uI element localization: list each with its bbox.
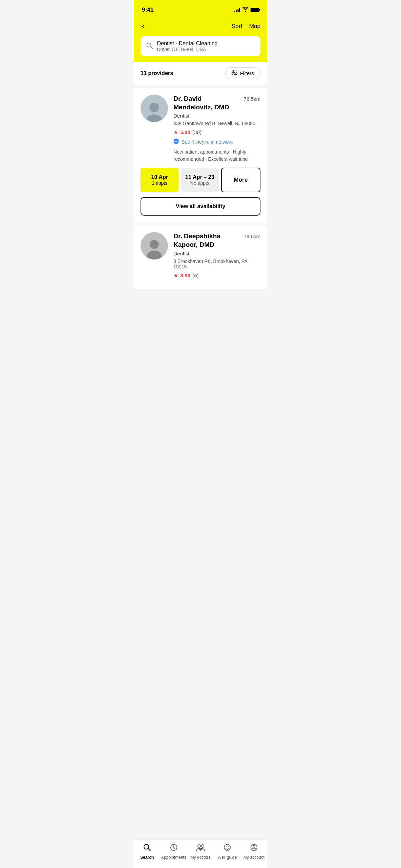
search-sub-text: Dover, DE 19904, USA xyxy=(157,47,218,52)
svg-point-8 xyxy=(149,103,159,112)
rating-count: (30) xyxy=(192,129,202,135)
availability-row: 10 Apr 1 appts 11 Apr – 23 No appts More xyxy=(141,168,260,192)
provider-address: 438 Ganttown Rd B, Sewell, NJ 08080 xyxy=(173,121,260,126)
provider-distance-2: 78.6km xyxy=(244,233,260,239)
provider-badges: New patient appointments · Highly recomm… xyxy=(173,148,260,163)
search-icon xyxy=(146,42,153,51)
provider-top-2: Dr. Deepshikha Kapoor, DMD 78.6km Dentis… xyxy=(141,232,260,278)
provider-specialty: Dentist xyxy=(173,113,260,119)
provider-specialty-2: Dentist xyxy=(173,251,260,256)
name-distance-row-2: Dr. Deepshikha Kapoor, DMD 78.6km xyxy=(173,232,260,249)
provider-card: Dr. David Mendelovitz, DMD 76.5km Dentis… xyxy=(134,88,267,222)
svg-line-1 xyxy=(151,47,153,49)
avail-date-1: 10 Apr xyxy=(151,174,168,180)
back-button[interactable]: ‹ xyxy=(141,21,146,32)
provider-address-2: 8 Brookhaven Rd, Brookhaven, PA 19015 xyxy=(173,258,260,269)
status-bar: 9:41 xyxy=(134,0,267,18)
svg-point-11 xyxy=(147,251,162,260)
availability-slot-active[interactable]: 10 Apr 1 appts xyxy=(141,168,179,192)
star-icon-2: ★ xyxy=(173,272,178,279)
network-link[interactable]: See if they're in network xyxy=(182,139,233,145)
signal-bars-icon xyxy=(234,8,240,12)
more-label: More xyxy=(234,177,248,183)
provider-name-2: Dr. Deepshikha Kapoor, DMD xyxy=(173,232,241,249)
provider-info-2: Dr. Deepshikha Kapoor, DMD 78.6km Dentis… xyxy=(173,232,260,278)
sort-button[interactable]: Sort xyxy=(232,23,242,30)
provider-card-2: Dr. Deepshikha Kapoor, DMD 78.6km Dentis… xyxy=(134,225,267,289)
search-text-block: Dentist · Dental Cleaning Dover, DE 1990… xyxy=(157,40,218,52)
avail-no-appts: No appts xyxy=(190,180,209,186)
filters-icon xyxy=(232,70,237,76)
provider-top: Dr. David Mendelovitz, DMD 76.5km Dentis… xyxy=(141,95,260,163)
status-time: 9:41 xyxy=(142,7,154,13)
rating-count-2: (6) xyxy=(192,273,198,278)
filters-button[interactable]: Filters xyxy=(225,67,260,79)
svg-point-0 xyxy=(147,43,151,47)
search-main-text: Dentist · Dental Cleaning xyxy=(157,40,218,47)
map-button[interactable]: Map xyxy=(249,23,260,30)
view-all-label: View all availability xyxy=(176,203,226,209)
provider-distance: 76.5km xyxy=(244,95,260,102)
view-all-availability-button[interactable]: View all availability xyxy=(141,197,260,216)
availability-slot-inactive[interactable]: 11 Apr – 23 No appts xyxy=(181,168,219,192)
providers-count: 11 providers xyxy=(141,70,173,76)
provider-name: Dr. David Mendelovitz, DMD xyxy=(173,95,241,111)
provider-info: Dr. David Mendelovitz, DMD 76.5km Dentis… xyxy=(173,95,260,163)
status-icons xyxy=(234,7,259,13)
avail-count-1: 1 appts xyxy=(152,180,168,186)
svg-point-9 xyxy=(147,114,162,122)
provider-rating: ★ 5.00 (30) xyxy=(173,129,260,135)
more-availability-button[interactable]: More xyxy=(221,168,260,192)
provider-avatar-2 xyxy=(141,232,168,260)
content: 11 providers Filters xyxy=(134,62,267,323)
providers-header: 11 providers Filters xyxy=(134,62,267,85)
star-icon: ★ xyxy=(173,129,178,135)
rating-score: 5.00 xyxy=(180,129,190,135)
svg-point-10 xyxy=(150,240,159,249)
battery-icon xyxy=(251,8,259,12)
provider-avatar xyxy=(141,95,168,122)
avail-date-2: 11 Apr – 23 xyxy=(185,174,215,180)
provider-rating-2: ★ 3.83 (6) xyxy=(173,272,260,279)
network-row: See if they're in network xyxy=(173,138,260,146)
svg-point-7 xyxy=(233,74,234,75)
header-nav: ‹ Sort Map xyxy=(141,21,260,32)
header-actions: Sort Map xyxy=(232,23,260,30)
header: ‹ Sort Map Dentist · Dental Cleaning Dov… xyxy=(134,18,267,62)
svg-point-6 xyxy=(235,72,236,73)
rating-score-2: 3.83 xyxy=(180,273,190,278)
shield-icon xyxy=(173,138,179,146)
name-distance-row: Dr. David Mendelovitz, DMD 76.5km xyxy=(173,95,260,111)
wifi-icon xyxy=(242,7,248,13)
filters-label: Filters xyxy=(240,70,254,76)
svg-point-5 xyxy=(233,70,234,72)
search-bar[interactable]: Dentist · Dental Cleaning Dover, DE 1990… xyxy=(141,36,260,56)
